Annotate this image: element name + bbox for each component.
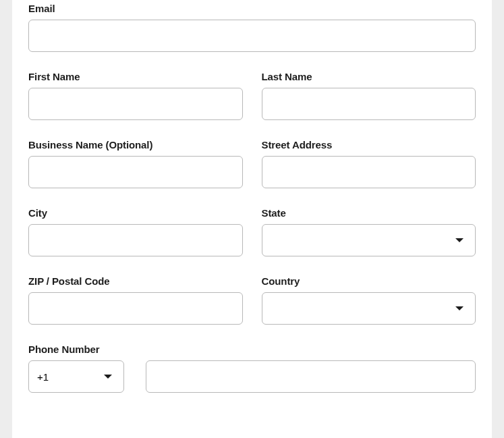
- email-label: Email: [28, 3, 476, 14]
- phone-row: +1: [28, 360, 476, 393]
- zip-label: ZIP / Postal Code: [28, 275, 243, 287]
- city-input[interactable]: [28, 224, 243, 256]
- address-form: Email First Name Last Name Business Name…: [28, 0, 476, 393]
- form-card: Email First Name Last Name Business Name…: [12, 0, 492, 438]
- phone-number-input[interactable]: [146, 360, 476, 393]
- phone-code-select[interactable]: +1: [28, 360, 124, 393]
- street-address-field-group: Street Address: [262, 139, 476, 188]
- state-select-wrap: [262, 224, 476, 256]
- phone-number-wrap: [146, 360, 476, 393]
- last-name-field-group: Last Name: [262, 71, 476, 120]
- city-state-row: City State: [28, 207, 476, 256]
- first-name-input[interactable]: [28, 88, 243, 120]
- business-street-row: Business Name (Optional) Street Address: [28, 139, 476, 188]
- zip-field-group: ZIP / Postal Code: [28, 275, 243, 325]
- country-select-wrap: [262, 292, 476, 325]
- city-field-group: City: [28, 207, 243, 256]
- last-name-label: Last Name: [262, 71, 476, 82]
- last-name-input[interactable]: [262, 88, 476, 120]
- state-select[interactable]: [262, 224, 476, 256]
- first-name-label: First Name: [28, 71, 243, 82]
- city-label: City: [28, 207, 243, 219]
- first-name-field-group: First Name: [28, 71, 243, 120]
- street-address-input[interactable]: [262, 156, 476, 188]
- phone-code-select-wrap: +1: [28, 360, 124, 393]
- email-input[interactable]: [28, 20, 476, 52]
- phone-label: Phone Number: [28, 344, 476, 355]
- business-name-input[interactable]: [28, 156, 243, 188]
- country-field-group: Country: [262, 275, 476, 325]
- name-row: First Name Last Name: [28, 71, 476, 120]
- email-field-group: Email: [28, 3, 476, 52]
- state-label: State: [262, 207, 476, 219]
- country-label: Country: [262, 275, 476, 287]
- street-address-label: Street Address: [262, 139, 476, 150]
- zip-input[interactable]: [28, 292, 243, 325]
- business-name-field-group: Business Name (Optional): [28, 139, 243, 188]
- state-field-group: State: [262, 207, 476, 256]
- phone-field-group: Phone Number +1: [28, 344, 476, 393]
- zip-country-row: ZIP / Postal Code Country: [28, 275, 476, 325]
- business-name-label: Business Name (Optional): [28, 139, 243, 150]
- country-select[interactable]: [262, 292, 476, 325]
